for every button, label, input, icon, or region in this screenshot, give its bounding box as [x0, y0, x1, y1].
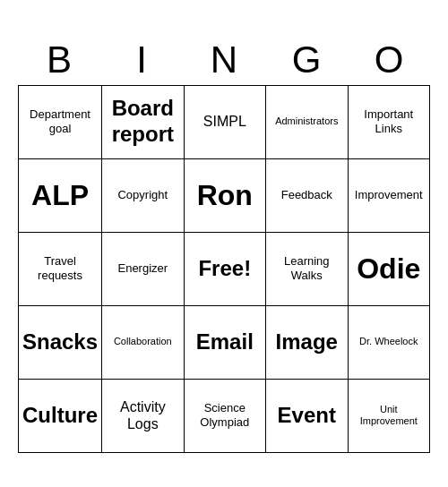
cell-text: Culture — [22, 403, 98, 429]
cell-text: Energizer — [117, 261, 168, 276]
bingo-cell: Board report — [102, 86, 184, 159]
cell-text: Activity Logs — [106, 398, 179, 432]
bingo-letter: G — [265, 35, 348, 85]
cell-text: Copyright — [117, 188, 168, 202]
cell-text: Dr. Wheelock — [359, 336, 418, 347]
bingo-letter: B — [18, 35, 100, 85]
bingo-cell: Image — [266, 306, 348, 380]
cell-text: Ron — [197, 178, 253, 212]
bingo-cell: SIMPL — [185, 86, 266, 159]
bingo-cell: Travel requests — [19, 233, 102, 306]
cell-text: Snacks — [22, 329, 98, 355]
bingo-cell: Administrators — [266, 86, 348, 159]
bingo-cell: Activity Logs — [102, 380, 184, 453]
cell-text: Learning Walks — [270, 254, 343, 282]
bingo-letter: N — [183, 35, 265, 85]
bingo-cell: Copyright — [102, 159, 184, 233]
bingo-cell: Dr. Wheelock — [349, 306, 430, 380]
cell-text: Free! — [198, 256, 251, 282]
bingo-cell: Event — [266, 380, 348, 453]
bingo-card: BINGO Department goalBoard reportSIMPLAd… — [18, 35, 430, 453]
cell-text: Image — [276, 329, 338, 355]
bingo-letter: O — [348, 35, 430, 85]
bingo-cell: Department goal — [19, 86, 102, 159]
cell-text: SIMPL — [203, 113, 246, 130]
bingo-cell: Energizer — [102, 233, 184, 306]
bingo-letter: I — [100, 35, 183, 85]
cell-text: Travel requests — [22, 254, 98, 282]
bingo-cell: Science Olympiad — [185, 380, 266, 453]
bingo-grid: Department goalBoard reportSIMPLAdminist… — [18, 85, 430, 453]
cell-text: Important Links — [352, 107, 426, 135]
bingo-cell: Email — [185, 306, 266, 380]
bingo-cell: Odie — [349, 233, 430, 306]
cell-text: Unit Improvement — [352, 404, 426, 427]
bingo-cell: Collaboration — [102, 306, 184, 380]
bingo-cell: Important Links — [349, 86, 430, 159]
cell-text: ALP — [31, 178, 89, 212]
cell-text: Email — [196, 329, 254, 355]
bingo-cell: ALP — [19, 159, 102, 233]
cell-text: Feedback — [281, 188, 332, 202]
cell-text: Event — [278, 403, 336, 429]
bingo-cell: Unit Improvement — [349, 380, 430, 453]
bingo-cell: Snacks — [19, 306, 102, 380]
bingo-cell: Feedback — [266, 159, 348, 233]
cell-text: Board report — [106, 96, 179, 148]
cell-text: Science Olympiad — [188, 401, 262, 429]
bingo-cell: Ron — [185, 159, 266, 233]
bingo-cell: Free! — [185, 233, 266, 306]
bingo-header: BINGO — [18, 35, 430, 85]
cell-text: Department goal — [22, 107, 98, 135]
cell-text: Odie — [357, 252, 420, 286]
cell-text: Improvement — [355, 188, 423, 202]
bingo-cell: Improvement — [349, 159, 430, 233]
cell-text: Collaboration — [114, 336, 172, 347]
bingo-cell: Learning Walks — [266, 233, 348, 306]
bingo-cell: Culture — [19, 380, 102, 453]
cell-text: Administrators — [275, 115, 338, 127]
